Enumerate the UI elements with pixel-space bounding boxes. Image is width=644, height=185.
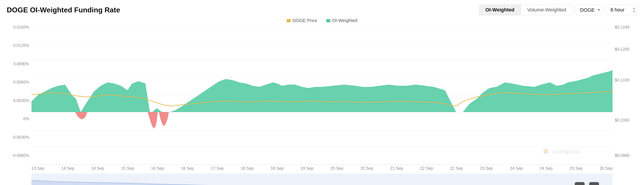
x-label-16: 24 Sep (510, 166, 523, 171)
legend-item-oi: OI-Weighted (326, 18, 357, 23)
x-axis-container: 13 Sep 14 Sep 14 Sep 15 Sep 16 Sep 16 Se… (32, 165, 612, 172)
x-label-11: 20 Sep (360, 166, 373, 171)
negative-area-2 (148, 112, 158, 128)
y-right-label-2: $0.1100 (615, 78, 637, 83)
mini-chart[interactable]: ⏸ ⏸ (32, 173, 612, 185)
watermark: 🦁 coinglass (542, 147, 581, 155)
spinner-arrows: ▲ ▼ (633, 7, 636, 13)
interval-input[interactable]: 8 hour (606, 5, 637, 15)
y-right-label-3: $0.1000 (615, 118, 637, 123)
x-label-13: 22 Sep (420, 166, 433, 171)
x-label-9: 19 Sep (301, 166, 314, 171)
x-label-10: 20 Sep (330, 166, 343, 171)
x-label-1: 14 Sep (62, 166, 74, 171)
negative-area-1 (75, 112, 88, 119)
x-label-0: 13 Sep (32, 166, 44, 171)
x-axis-row: 13 Sep 14 Sep 14 Sep 15 Sep 16 Sep 16 Se… (7, 165, 637, 172)
watermark-logo-icon: 🦁 (542, 147, 550, 155)
legend-dot-price (287, 19, 291, 22)
svg-text:🦁: 🦁 (543, 149, 548, 154)
mini-chart-row: ⏸ ⏸ (7, 173, 637, 185)
x-label-14: 22 Sep (450, 166, 463, 171)
legend-label-price: DOGE Price (292, 18, 317, 23)
spinner-up-arrow[interactable]: ▲ (633, 7, 636, 10)
watermark-text: coinglass (552, 148, 581, 155)
main-chart: 🦁 coinglass (32, 25, 612, 165)
controls-group: OI-Weighted Volume-Weighted DOGE BTC ETH… (479, 5, 637, 15)
coin-selector[interactable]: DOGE BTC ETH (576, 5, 603, 15)
y-axis-right: $0.1248 $0.1200 $0.1100 $0.1000 $0.0900 (612, 25, 637, 165)
x-label-7: 18 Sep (241, 166, 254, 171)
x-label-19: 26 Sep (600, 166, 612, 171)
spinner-down-arrow[interactable]: ▼ (633, 10, 636, 13)
x-label-8: 18 Sep (271, 166, 284, 171)
x-label-12: 21 Sep (390, 166, 403, 171)
y-right-label-4: $0.0900 (615, 153, 637, 158)
tab-oi-weighted[interactable]: OI-Weighted (479, 5, 521, 15)
y-right-label-1: $0.1200 (615, 47, 637, 52)
x-axis: 13 Sep 14 Sep 14 Sep 15 Sep 16 Sep 16 Se… (32, 165, 612, 172)
negative-area-3 (159, 112, 169, 126)
x-label-3: 15 Sep (121, 166, 134, 171)
interval-spinner-wrapper: 8 hour ▲ ▼ (606, 5, 637, 15)
x-label-2: 14 Sep (91, 166, 104, 171)
y-label-7: -0.0060% (7, 153, 29, 158)
y-label-6: -0.0030% (7, 135, 29, 140)
y-label-5: 0% (7, 117, 29, 121)
coin-selector-wrapper: DOGE BTC ETH (576, 5, 603, 15)
x-label-15: 23 Sep (480, 166, 493, 171)
chart-area: 0.0150% 0.0120% 0.0090% 0.0060% 0.0030% … (7, 25, 637, 165)
legend-item-price: DOGE Price (287, 18, 317, 23)
x-label-4: 16 Sep (151, 166, 164, 171)
y-label-3: 0.0060% (7, 80, 29, 85)
positive-area (32, 70, 612, 113)
y-right-label-0: $0.1248 (615, 25, 637, 30)
x-label-5: 16 Sep (181, 166, 194, 171)
pause-button-left[interactable]: ⏸ (575, 182, 585, 185)
tab-volume-weighted[interactable]: Volume-Weighted (521, 5, 572, 15)
y-label-4: 0.0030% (7, 98, 29, 103)
weight-tab-group: OI-Weighted Volume-Weighted (479, 5, 573, 15)
x-label-17: 24 Sep (540, 166, 553, 171)
y-label-1: 0.0120% (7, 43, 29, 48)
y-label-2: 0.0090% (7, 62, 29, 66)
page-title: DOGE OI-Weighted Funding Rate (7, 6, 120, 14)
y-label-0: 0.0150% (7, 25, 29, 30)
x-label-6: 17 Sep (211, 166, 224, 171)
legend-label-oi: OI-Weighted (332, 18, 357, 23)
page-header: DOGE OI-Weighted Funding Rate OI-Weighte… (7, 5, 637, 15)
pause-button-right[interactable]: ⏸ (589, 182, 599, 185)
y-axis-left: 0.0150% 0.0120% 0.0090% 0.0060% 0.0030% … (7, 25, 32, 165)
chart-legend: DOGE Price OI-Weighted (7, 18, 637, 23)
x-label-18: 25 Sep (570, 166, 582, 171)
legend-dot-oi (326, 19, 330, 22)
